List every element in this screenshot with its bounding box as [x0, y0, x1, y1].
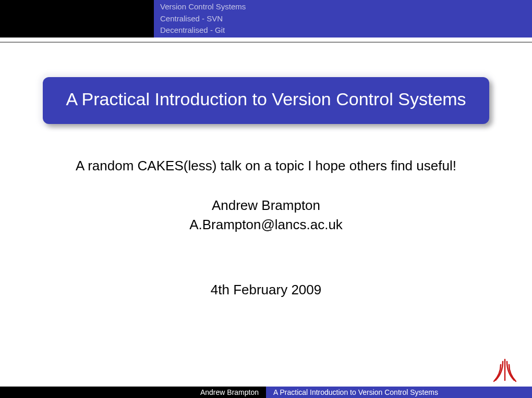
slide-title: A Practical Introduction to Version Cont… [66, 89, 466, 109]
logo-icon [493, 357, 516, 382]
slide-date: 4th February 2009 [31, 282, 501, 298]
author-name: Andrew Brampton [31, 196, 501, 215]
footer-bar: Andrew Brampton A Practical Introduction… [0, 387, 532, 398]
header-nav: Version Control Systems Centralised - SV… [154, 0, 532, 38]
nav-link-vcs[interactable]: Version Control Systems [160, 1, 246, 13]
author-email: A.Brampton@lancs.ac.uk [31, 215, 501, 234]
author-block: Andrew Brampton A.Brampton@lancs.ac.uk [31, 196, 501, 234]
header-bar: Version Control Systems Centralised - SV… [0, 0, 532, 38]
footer-author: Andrew Brampton [0, 387, 266, 398]
slide-subtitle: A random CAKES(less) talk on a topic I h… [31, 156, 501, 175]
nav-link-git[interactable]: Decentralised - Git [160, 24, 225, 36]
slide-content: A Practical Introduction to Version Cont… [0, 77, 532, 298]
header-divider [0, 42, 532, 43]
slide-title-box: A Practical Introduction to Version Cont… [43, 77, 489, 124]
header-bar-left [0, 0, 154, 38]
footer-title: A Practical Introduction to Version Cont… [266, 387, 532, 398]
nav-link-svn[interactable]: Centralised - SVN [160, 13, 223, 25]
